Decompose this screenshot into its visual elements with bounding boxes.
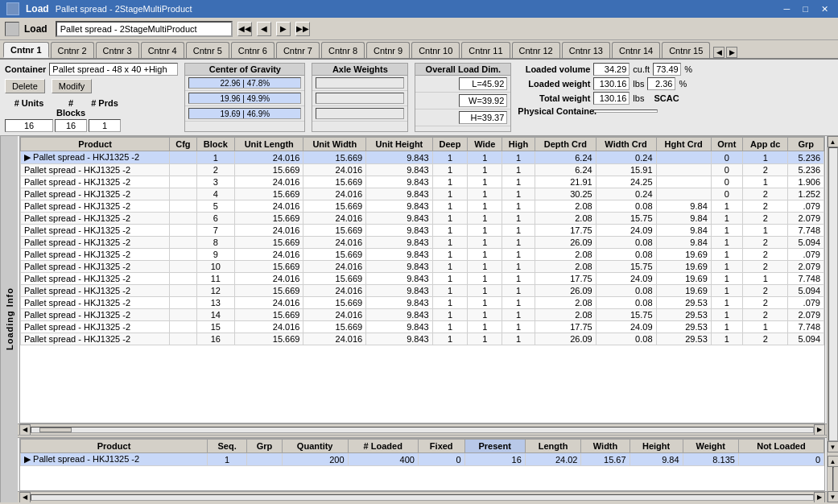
wide-cell[interactable]: 1	[468, 213, 502, 225]
tab-cntnr6[interactable]: Cntnr 6	[231, 42, 275, 58]
unit-height-cell[interactable]: 9.843	[366, 151, 432, 164]
wide-cell[interactable]: 1	[468, 309, 502, 321]
col-high[interactable]: High	[502, 138, 535, 151]
hght-crd-cell[interactable]: 9.84	[656, 213, 711, 225]
depth-crd-cell[interactable]: 26.09	[535, 237, 596, 249]
unit-width-cell[interactable]: 24.016	[303, 188, 366, 200]
wide-cell[interactable]: 1	[468, 273, 502, 285]
wide-cell[interactable]: 1	[468, 249, 502, 261]
nav-next-btn[interactable]: ▶	[276, 22, 291, 36]
main-vscrollbar[interactable]: ▲ ▼ ▲ ▼	[827, 136, 838, 502]
col-unit-width[interactable]: Unit Width	[303, 138, 366, 151]
unit-width-cell[interactable]: 24.016	[303, 309, 366, 321]
table-row[interactable]: Pallet spread - HKJ1325 -2924.01615.6699…	[21, 249, 824, 261]
unit-length-cell[interactable]: 15.669	[235, 333, 303, 345]
block-cell[interactable]: 2	[196, 164, 234, 176]
col-block[interactable]: Block	[196, 138, 234, 151]
hght-crd-cell[interactable]: 19.69	[656, 261, 711, 273]
block-cell[interactable]: 7	[196, 225, 234, 237]
unit-length-cell[interactable]: 24.016	[235, 297, 303, 309]
grp-cell[interactable]: 5.236	[788, 151, 824, 164]
b-width-cell[interactable]: 15.67	[581, 453, 630, 466]
depth-crd-cell[interactable]: 6.24	[535, 164, 596, 176]
width-crd-cell[interactable]: 15.75	[596, 261, 656, 273]
hght-crd-cell[interactable]: 19.69	[656, 273, 711, 285]
block-cell[interactable]: 9	[196, 249, 234, 261]
col-product[interactable]: Product	[21, 138, 170, 151]
bcol-seq[interactable]: Seq.	[208, 440, 247, 453]
bcol-loaded[interactable]: # Loaded	[348, 440, 418, 453]
unit-height-cell[interactable]: 9.843	[366, 188, 432, 200]
tab-cntnr13[interactable]: Cntnr 13	[562, 42, 610, 58]
unit-height-cell[interactable]: 9.843	[366, 200, 432, 213]
tab-cntnr11[interactable]: Cntnr 11	[461, 42, 510, 58]
product-cell[interactable]: Pallet spread - HKJ1325 -2	[21, 213, 170, 225]
unit-length-cell[interactable]: 24.016	[235, 176, 303, 188]
grp-cell[interactable]: .079	[788, 200, 824, 213]
tab-cntnr12[interactable]: Cntnr 12	[512, 42, 560, 58]
block-cell[interactable]: 5	[196, 200, 234, 213]
ornt-cell[interactable]: 1	[711, 237, 742, 249]
depth-crd-cell[interactable]: 2.08	[535, 261, 596, 273]
table-row[interactable]: ▶ Pallet spread - HKJ1325 -2124.01615.66…	[21, 151, 824, 164]
depth-crd-cell[interactable]: 6.24	[535, 151, 596, 164]
deep-cell[interactable]: 1	[432, 261, 468, 273]
table-row[interactable]: Pallet spread - HKJ1325 -21015.66924.016…	[21, 261, 824, 273]
block-cell[interactable]: 13	[196, 297, 234, 309]
table-row[interactable]: Pallet spread - HKJ1325 -2524.01615.6699…	[21, 200, 824, 213]
ornt-cell[interactable]: 1	[711, 273, 742, 285]
wide-cell[interactable]: 1	[468, 237, 502, 249]
depth-crd-cell[interactable]: 17.75	[535, 321, 596, 333]
cfg-cell[interactable]	[170, 237, 196, 249]
unit-length-cell[interactable]: 15.669	[235, 261, 303, 273]
ornt-cell[interactable]: 0	[711, 151, 742, 164]
app-dc-cell[interactable]: 2	[743, 200, 788, 213]
width-crd-cell[interactable]: 0.24	[596, 188, 656, 200]
b-fixed-cell[interactable]: 0	[418, 453, 464, 466]
hght-crd-cell[interactable]	[656, 164, 711, 176]
hght-crd-cell[interactable]: 19.69	[656, 249, 711, 261]
unit-width-cell[interactable]: 15.669	[303, 273, 366, 285]
wide-cell[interactable]: 1	[468, 188, 502, 200]
wide-cell[interactable]: 1	[468, 261, 502, 273]
tab-cntnr2[interactable]: Cntnr 2	[51, 42, 94, 58]
hght-crd-cell[interactable]: 9.84	[656, 225, 711, 237]
bcol-not-loaded[interactable]: Not Loaded	[738, 440, 824, 453]
app-dc-cell[interactable]: 2	[743, 164, 788, 176]
unit-height-cell[interactable]: 9.843	[366, 249, 432, 261]
ornt-cell[interactable]: 0	[711, 164, 742, 176]
block-cell[interactable]: 10	[196, 261, 234, 273]
deep-cell[interactable]: 1	[432, 225, 468, 237]
cfg-cell[interactable]	[170, 176, 196, 188]
depth-crd-cell[interactable]: 17.75	[535, 273, 596, 285]
product-cell[interactable]: Pallet spread - HKJ1325 -2	[21, 176, 170, 188]
wide-cell[interactable]: 1	[468, 333, 502, 345]
grp-cell[interactable]: 5.094	[788, 237, 824, 249]
modify-btn[interactable]: Modify	[52, 79, 92, 93]
grp-cell[interactable]: .079	[788, 249, 824, 261]
depth-crd-cell[interactable]: 26.09	[535, 285, 596, 297]
deep-cell[interactable]: 1	[432, 164, 468, 176]
product-cell[interactable]: Pallet spread - HKJ1325 -2	[21, 297, 170, 309]
high-cell[interactable]: 1	[502, 309, 535, 321]
ornt-cell[interactable]: 1	[711, 285, 742, 297]
tab-cntnr10[interactable]: Cntnr 10	[411, 42, 460, 58]
app-dc-cell[interactable]: 2	[743, 261, 788, 273]
width-crd-cell[interactable]: 15.91	[596, 164, 656, 176]
bcol-quantity[interactable]: Quantity	[282, 440, 348, 453]
wide-cell[interactable]: 1	[468, 176, 502, 188]
deep-cell[interactable]: 1	[432, 213, 468, 225]
high-cell[interactable]: 1	[502, 285, 535, 297]
block-cell[interactable]: 15	[196, 321, 234, 333]
tab-cntnr5[interactable]: Cntnr 5	[186, 42, 229, 58]
high-cell[interactable]: 1	[502, 213, 535, 225]
wide-cell[interactable]: 1	[468, 200, 502, 213]
hght-crd-cell[interactable]: 9.84	[656, 237, 711, 249]
grp-cell[interactable]: 5.094	[788, 285, 824, 297]
grp-cell[interactable]: 5.236	[788, 164, 824, 176]
block-cell[interactable]: 14	[196, 309, 234, 321]
product-cell[interactable]: Pallet spread - HKJ1325 -2	[21, 249, 170, 261]
wide-cell[interactable]: 1	[468, 321, 502, 333]
col-wide[interactable]: Wide	[468, 138, 502, 151]
nav-first-btn[interactable]: ◀◀	[237, 22, 252, 36]
